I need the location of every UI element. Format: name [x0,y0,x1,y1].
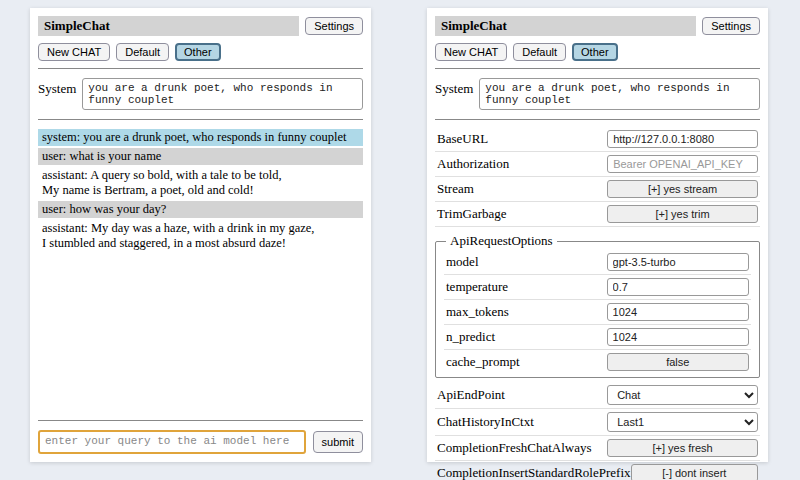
setting-label-apiendpoint: ApiEndPoint [437,387,505,403]
setting-row-cache-prompt: cache_promptfalse [444,350,751,374]
setting-select-chathistoryinctxt[interactable]: Last1 [607,412,758,432]
spacer [38,254,363,413]
setting-control-wrap: [+] yes stream [607,180,758,198]
setting-label-n-predict: n_predict [446,329,495,345]
app-title: SimpleChat [38,16,299,36]
divider [435,119,760,120]
setting-button-cache-prompt[interactable]: false [607,353,749,371]
setting-input-n-predict[interactable] [607,328,749,346]
setting-control-wrap: false [607,353,749,371]
setting-row-completioninsertstandardroleprefix: CompletionInsertStandardRolePrefix[-] do… [435,461,760,480]
session-button-other[interactable]: Other [175,43,221,61]
setting-label-baseurl: BaseURL [437,131,488,147]
setting-row-baseurl: BaseURL [435,127,760,152]
divider [38,68,363,69]
setting-control-wrap [607,303,749,321]
setting-row-completionfreshchatalways: CompletionFreshChatAlways[+] yes fresh [435,436,760,461]
header: SimpleChat Settings [435,16,760,36]
setting-label-model: model [446,254,479,270]
divider [38,420,363,421]
session-button-default[interactable]: Default [116,43,169,61]
setting-control-wrap [607,253,749,271]
setting-label-chathistoryinctxt: ChatHistoryInCtxt [437,414,534,430]
setting-control-wrap: Last1 [607,412,758,432]
chat-message-user: user: what is your name [38,148,363,165]
setting-label-trimgarbage: TrimGarbage [437,206,507,222]
setting-row-trimgarbage: TrimGarbage[+] yes trim [435,202,760,227]
setting-label-completioninsertstandardroleprefix: CompletionInsertStandardRolePrefix [437,465,631,480]
chat-message-assistant: assistant: My day was a haze, with a dri… [38,220,363,252]
query-input[interactable] [38,430,306,454]
settings-rows-top: BaseURLAuthorizationStream[+] yes stream… [435,127,760,227]
api-request-options-fieldset: ApiRequestOptions modeltemperaturemax_to… [435,233,760,378]
setting-row-stream: Stream[+] yes stream [435,177,760,202]
session-buttons: New CHATDefaultOther [435,43,760,61]
setting-control-wrap: [+] yes fresh [607,439,758,457]
setting-control-wrap: [+] yes trim [607,205,758,223]
setting-input-baseurl[interactable] [607,130,758,148]
system-prompt-input[interactable] [82,78,363,110]
setting-control-wrap [607,278,749,296]
query-row: submit [38,430,363,454]
setting-input-authorization[interactable] [607,155,758,173]
setting-label-authorization: Authorization [437,156,509,172]
divider [435,68,760,69]
setting-label-completionfreshchatalways: CompletionFreshChatAlways [437,440,592,456]
setting-row-chathistoryinctxt: ChatHistoryInCtxtLast1 [435,409,760,436]
setting-input-model[interactable] [607,253,749,271]
setting-row-authorization: Authorization [435,152,760,177]
fieldset-legend: ApiRequestOptions [446,233,557,249]
system-prompt-input[interactable] [479,78,760,110]
setting-control-wrap: [-] dont insert [631,464,758,480]
settings-button[interactable]: Settings [305,17,363,35]
setting-row-max-tokens: max_tokens [444,300,751,325]
session-button-new-chat[interactable]: New CHAT [435,43,507,61]
chat-message-user: user: how was your day? [38,201,363,218]
setting-button-completioninsertstandardroleprefix[interactable]: [-] dont insert [631,464,758,480]
submit-button[interactable]: submit [313,431,363,453]
setting-control-wrap [607,328,749,346]
session-button-other[interactable]: Other [572,43,618,61]
chat-message-system: system: you are a drunk poet, who respon… [38,129,363,146]
settings-rows-bottom: ApiEndPointChatChatHistoryInCtxtLast1Com… [435,382,760,480]
session-button-default[interactable]: Default [513,43,566,61]
header: SimpleChat Settings [38,16,363,36]
setting-control-wrap [607,130,758,148]
system-prompt-row: System [38,78,363,110]
chat-messages: system: you are a drunk poet, who respon… [38,129,363,254]
chat-panel: SimpleChat Settings New CHATDefaultOther… [30,8,371,462]
chat-message-assistant: assistant: A query so bold, with a tale … [38,167,363,199]
setting-label-cache-prompt: cache_prompt [446,354,520,370]
setting-button-trimgarbage[interactable]: [+] yes trim [607,205,758,223]
setting-input-temperature[interactable] [607,278,749,296]
settings-panel: SimpleChat Settings New CHATDefaultOther… [427,8,768,462]
setting-button-stream[interactable]: [+] yes stream [607,180,758,198]
setting-row-temperature: temperature [444,275,751,300]
settings-rows-fieldset: modeltemperaturemax_tokensn_predictcache… [444,250,751,374]
setting-button-completionfreshchatalways[interactable]: [+] yes fresh [607,439,758,457]
setting-input-max-tokens[interactable] [607,303,749,321]
setting-row-n-predict: n_predict [444,325,751,350]
setting-row-apiendpoint: ApiEndPointChat [435,382,760,409]
session-button-new-chat[interactable]: New CHAT [38,43,110,61]
session-buttons: New CHATDefaultOther [38,43,363,61]
setting-label-stream: Stream [437,181,474,197]
system-prompt-row: System [435,78,760,110]
setting-control-wrap [607,155,758,173]
app-title: SimpleChat [435,16,696,36]
divider [38,119,363,120]
setting-control-wrap: Chat [607,385,758,405]
setting-select-apiendpoint[interactable]: Chat [607,385,758,405]
settings-button[interactable]: Settings [702,17,760,35]
system-label: System [435,78,473,97]
system-label: System [38,78,76,97]
setting-label-temperature: temperature [446,279,508,295]
setting-row-model: model [444,250,751,275]
setting-label-max-tokens: max_tokens [446,304,509,320]
